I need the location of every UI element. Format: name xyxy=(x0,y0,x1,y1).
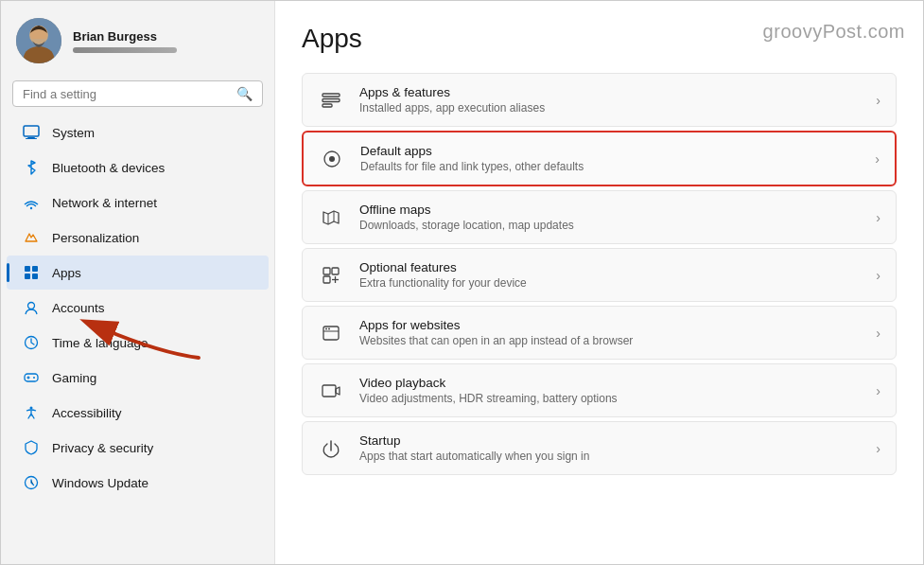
sidebar-item-label-accessibility: Accessibility xyxy=(52,406,122,420)
item-text-apps-features: Apps & features Installed apps, app exec… xyxy=(359,85,861,115)
item-desc-apps-websites: Websites that can open in an app instead… xyxy=(359,334,861,347)
sidebar-item-gaming[interactable]: Gaming xyxy=(7,361,269,395)
item-desc-offline-maps: Downloads, storage location, map updates xyxy=(359,219,861,232)
sidebar-item-time[interactable]: Time & language xyxy=(7,326,269,360)
svg-rect-25 xyxy=(323,268,330,274)
svg-rect-14 xyxy=(25,374,38,381)
chevron-icon-apps-features: › xyxy=(876,93,880,108)
item-desc-video-playback: Video adjustments, HDR streaming, batter… xyxy=(359,392,861,405)
bluetooth-icon xyxy=(22,158,41,177)
user-info: Brian Burgess xyxy=(73,29,177,53)
sidebar: Brian Burgess 🔍 System xyxy=(1,1,275,564)
svg-point-33 xyxy=(328,327,330,329)
apps-features-icon xyxy=(318,87,344,114)
sidebar-item-label-apps: Apps xyxy=(52,266,81,280)
sidebar-item-label-update: Windows Update xyxy=(52,476,148,490)
sidebar-item-label-privacy: Privacy & security xyxy=(52,441,153,455)
sidebar-item-label-time: Time & language xyxy=(52,336,148,350)
chevron-icon-offline-maps: › xyxy=(876,210,880,225)
svg-point-16 xyxy=(30,407,33,410)
svg-rect-10 xyxy=(25,274,30,279)
svg-rect-26 xyxy=(332,268,339,274)
item-desc-startup: Apps that start automatically when you s… xyxy=(359,450,861,463)
sidebar-item-personalization[interactable]: Personalization xyxy=(7,221,269,255)
item-title-video-playback: Video playback xyxy=(359,376,861,390)
accessibility-icon xyxy=(22,403,41,422)
search-icon: 🔍 xyxy=(236,86,253,101)
sidebar-item-network[interactable]: Network & internet xyxy=(7,185,269,220)
item-desc-optional-features: Extra functionality for your device xyxy=(359,276,861,290)
item-title-apps-websites: Apps for websites xyxy=(359,318,861,332)
sidebar-item-label-gaming: Gaming xyxy=(52,371,96,385)
svg-rect-9 xyxy=(32,266,38,272)
settings-item-offline-maps[interactable]: Offline maps Downloads, storage location… xyxy=(302,190,897,244)
settings-item-apps-features[interactable]: Apps & features Installed apps, app exec… xyxy=(302,73,897,127)
settings-item-startup[interactable]: Startup Apps that start automatically wh… xyxy=(302,421,897,475)
optional-features-icon xyxy=(318,262,344,289)
chevron-icon-optional-features: › xyxy=(876,268,880,283)
item-text-offline-maps: Offline maps Downloads, storage location… xyxy=(359,203,861,232)
settings-item-video-playback[interactable]: Video playback Video adjustments, HDR st… xyxy=(302,363,897,417)
settings-list: Apps & features Installed apps, app exec… xyxy=(302,73,897,475)
sidebar-nav: System Bluetooth & devices Network & int… xyxy=(1,115,274,501)
sidebar-item-label-accounts: Accounts xyxy=(52,301,105,315)
network-icon xyxy=(22,193,41,212)
settings-item-apps-websites[interactable]: Apps for websites Websites that can open… xyxy=(302,306,897,360)
item-title-apps-features: Apps & features xyxy=(359,85,861,99)
sidebar-item-accessibility[interactable]: Accessibility xyxy=(7,396,269,430)
item-text-startup: Startup Apps that start automatically wh… xyxy=(359,433,861,463)
privacy-icon xyxy=(22,438,41,457)
svg-rect-19 xyxy=(323,98,340,101)
svg-point-12 xyxy=(28,303,35,309)
search-input[interactable] xyxy=(23,87,229,101)
sidebar-item-apps[interactable]: Apps xyxy=(7,256,269,290)
page-title: Apps xyxy=(302,24,897,54)
sidebar-item-accounts[interactable]: Accounts xyxy=(7,291,269,325)
search-box[interactable]: 🔍 xyxy=(12,80,263,107)
sidebar-item-bluetooth[interactable]: Bluetooth & devices xyxy=(7,150,269,185)
active-bar xyxy=(7,263,9,282)
accounts-icon xyxy=(22,298,41,317)
svg-point-22 xyxy=(329,156,335,162)
chevron-icon-apps-websites: › xyxy=(876,326,880,341)
sidebar-item-update[interactable]: Windows Update xyxy=(7,466,269,500)
settings-item-default-apps[interactable]: Default apps Defaults for file and link … xyxy=(302,131,897,186)
svg-rect-18 xyxy=(323,94,340,97)
sidebar-item-system[interactable]: System xyxy=(7,115,269,150)
user-section: Brian Burgess xyxy=(1,1,274,77)
item-text-default-apps: Default apps Defaults for file and link … xyxy=(360,144,860,173)
svg-rect-11 xyxy=(32,274,38,279)
main-content: Apps Apps & features Installed apps, app… xyxy=(275,1,923,564)
chevron-icon-default-apps: › xyxy=(875,151,880,167)
avatar xyxy=(16,18,61,63)
item-text-video-playback: Video playback Video adjustments, HDR st… xyxy=(359,376,861,405)
update-icon xyxy=(22,473,41,492)
user-account-bar xyxy=(73,47,177,53)
item-title-offline-maps: Offline maps xyxy=(359,203,861,217)
sidebar-item-label-network: Network & internet xyxy=(52,196,157,210)
personalization-icon xyxy=(22,228,41,247)
gaming-icon xyxy=(22,368,41,387)
video-playback-icon xyxy=(318,378,344,404)
apps-icon xyxy=(22,263,41,282)
svg-rect-6 xyxy=(26,138,37,139)
sidebar-item-label-personalization: Personalization xyxy=(52,231,139,245)
startup-icon xyxy=(318,435,344,462)
apps-websites-icon xyxy=(318,320,344,346)
item-title-startup: Startup xyxy=(359,433,861,448)
sidebar-item-label-bluetooth: Bluetooth & devices xyxy=(52,161,165,175)
svg-point-7 xyxy=(30,207,32,209)
user-name: Brian Burgess xyxy=(73,29,177,44)
item-text-apps-websites: Apps for websites Websites that can open… xyxy=(359,318,861,347)
sidebar-item-privacy[interactable]: Privacy & security xyxy=(7,431,269,465)
svg-rect-34 xyxy=(323,385,336,397)
svg-rect-27 xyxy=(323,276,330,283)
time-icon xyxy=(22,333,41,352)
svg-rect-20 xyxy=(323,104,332,107)
svg-rect-4 xyxy=(24,126,39,136)
svg-point-32 xyxy=(325,327,327,329)
settings-item-optional-features[interactable]: Optional features Extra functionality fo… xyxy=(302,248,897,302)
chevron-icon-startup: › xyxy=(876,441,880,456)
item-title-default-apps: Default apps xyxy=(360,144,860,158)
svg-rect-8 xyxy=(25,266,30,272)
